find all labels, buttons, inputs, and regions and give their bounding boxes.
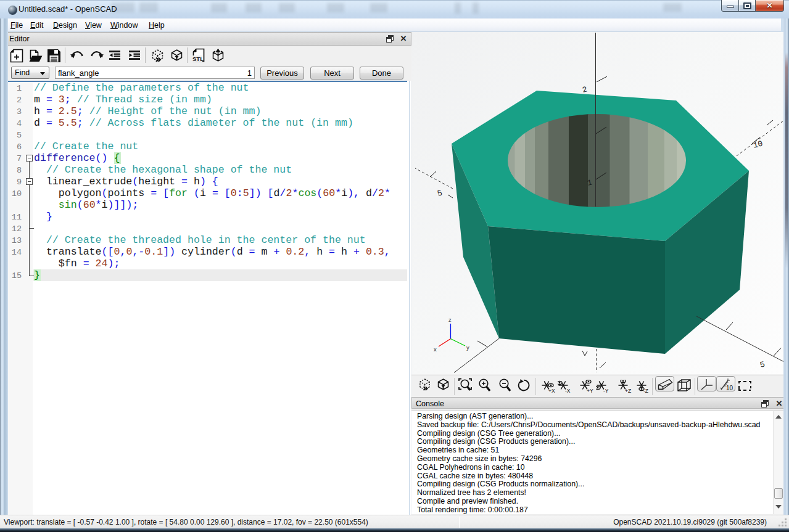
svg-text:-Y: -Y (603, 388, 609, 393)
svg-text:y: y (466, 344, 469, 351)
svg-text:-Z: -Z (643, 388, 648, 393)
svg-text:+X: +X (548, 388, 555, 393)
svg-text:-X: -X (565, 388, 571, 393)
svg-text:x: x (434, 346, 437, 353)
svg-text:+Y: +Y (587, 388, 593, 393)
svg-text:STL: STL (192, 55, 204, 62)
svg-text:+Z: +Z (625, 388, 631, 393)
svg-text:z: z (448, 316, 452, 323)
svg-text:10: 10 (726, 385, 733, 391)
